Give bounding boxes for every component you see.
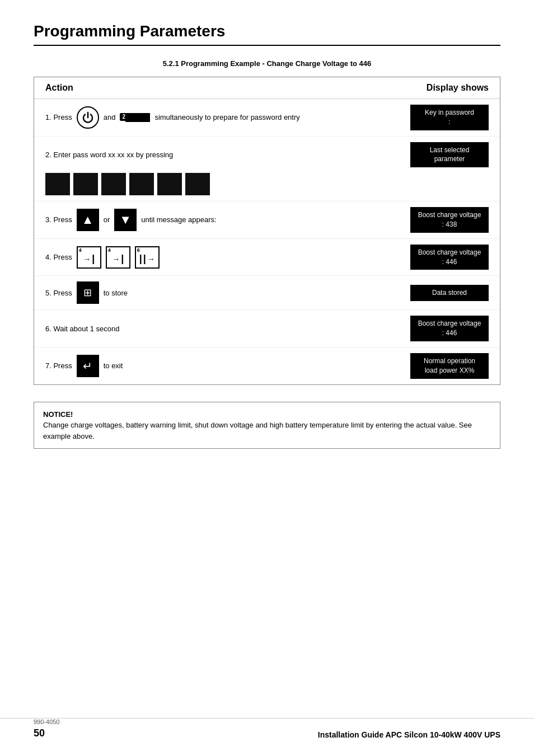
power-button-icon xyxy=(77,106,99,129)
col-display-header: Display shows xyxy=(427,83,489,93)
notice-body: Change charge voltages, battery warning … xyxy=(43,420,491,442)
display-cell-7: Normal operation load power XX% xyxy=(399,353,489,379)
page-footer: 990-4050 50 Installation Guide APC Silco… xyxy=(0,718,534,739)
display-cell-1: Key in password : xyxy=(399,105,489,130)
step5-text-post: to store xyxy=(104,289,128,297)
enter-icon: ↵ xyxy=(77,355,99,377)
table-row: 5. Press ⊞ to store Data stored xyxy=(34,276,500,310)
footer-guide-title: Installation Guide APC Silcon 10-40kW 40… xyxy=(318,730,500,739)
display-cell-3: Boost charge voltage : 438 xyxy=(399,207,489,233)
step1-text-post: simultaneously to prepare for password e… xyxy=(154,113,299,121)
panel-key-3: 6 | | → xyxy=(135,246,160,269)
instruction-table: Action Display shows 1. Press and 2 xyxy=(34,77,500,385)
step1-text-pre: 1. Press xyxy=(45,113,72,121)
table-header: Action Display shows xyxy=(34,77,500,99)
display-badge-1: Key in password : xyxy=(410,105,489,130)
display-badge-7: Normal operation load power XX% xyxy=(410,353,489,379)
arrow-down-icon: ▼ xyxy=(114,209,137,231)
black-square xyxy=(157,173,182,195)
step4-text: 4. Press xyxy=(45,253,72,261)
black-square xyxy=(73,173,98,195)
step2-text: 2. Enter pass word xx xx xx by pressing xyxy=(45,151,173,159)
table-row: 3. Press ▲ or ▼ until message appears: B… xyxy=(34,201,500,239)
table-row: 4. Press 4 → | 4 → | xyxy=(34,239,500,276)
display-cell-6: Boost charge voltage : 446 xyxy=(399,316,489,341)
black-square xyxy=(185,173,210,195)
display-badge-2: Last selected parameter xyxy=(410,142,489,168)
display-badge-4: Boost charge voltage : 446 xyxy=(410,245,489,270)
step1-text-and: and xyxy=(104,113,116,121)
page-title: Programming Parameters xyxy=(34,22,500,46)
display-cell-4: Boost charge voltage : 446 xyxy=(399,245,489,270)
black-square xyxy=(129,173,154,195)
display-badge-3: Boost charge voltage : 438 xyxy=(410,207,489,233)
display-badge-5: Data stored xyxy=(410,285,489,301)
footer-left: 990-4050 50 xyxy=(34,719,60,739)
table-row: 7. Press ↵ to exit Normal operation load… xyxy=(34,348,500,384)
action-cell-2: 2. Enter pass word xx xx xx by pressing xyxy=(45,151,399,159)
page-number: 50 xyxy=(34,727,60,739)
table-row: 6. Wait about 1 second Boost charge volt… xyxy=(34,310,500,348)
arrow-up-icon: ▲ xyxy=(77,209,99,231)
step3-text-post: until message appears: xyxy=(141,215,216,224)
step6-text: 6. Wait about 1 second xyxy=(45,325,120,333)
step3-text-pre: 3. Press xyxy=(45,215,72,224)
action-cell-6: 6. Wait about 1 second xyxy=(45,325,399,333)
key2-box: 2 xyxy=(120,113,150,122)
store-icon: ⊞ xyxy=(77,281,99,304)
action-cell-7: 7. Press ↵ to exit xyxy=(45,355,399,377)
display-cell-5: Data stored xyxy=(399,285,489,301)
action-cell-5: 5. Press ⊞ to store xyxy=(45,281,399,304)
action-cell-1: 1. Press and 2 simultaneously to prepare… xyxy=(45,106,399,129)
notice-title: NOTICE! xyxy=(43,409,491,420)
black-square xyxy=(45,173,70,195)
action-cell-3: 3. Press ▲ or ▼ until message appears: xyxy=(45,209,399,231)
step3-text-or: or xyxy=(104,215,110,224)
step5-text-pre: 5. Press xyxy=(45,289,72,297)
doc-number: 990-4050 xyxy=(34,719,60,725)
panel-key-2: 4 → | xyxy=(106,246,130,269)
table-row: 2. Enter pass word xx xx xx by pressing … xyxy=(34,137,500,202)
col-action-header: Action xyxy=(45,83,73,93)
black-square xyxy=(101,173,126,195)
password-squares xyxy=(45,173,210,195)
display-cell-2: Last selected parameter xyxy=(399,142,489,168)
step7-text-pre: 7. Press xyxy=(45,361,72,370)
display-badge-6: Boost charge voltage : 446 xyxy=(410,316,489,341)
section-heading: 5.2.1 Programming Example - Change Charg… xyxy=(34,59,500,68)
panel-key-1: 4 → | xyxy=(77,246,101,269)
action-cell-4: 4. Press 4 → | 4 → | xyxy=(45,246,399,269)
notice-box: NOTICE! Change charge voltages, battery … xyxy=(34,402,500,449)
key2-icon xyxy=(125,113,150,122)
step7-text-post: to exit xyxy=(104,361,123,370)
table-row: 1. Press and 2 simultaneously to prepare… xyxy=(34,99,500,137)
